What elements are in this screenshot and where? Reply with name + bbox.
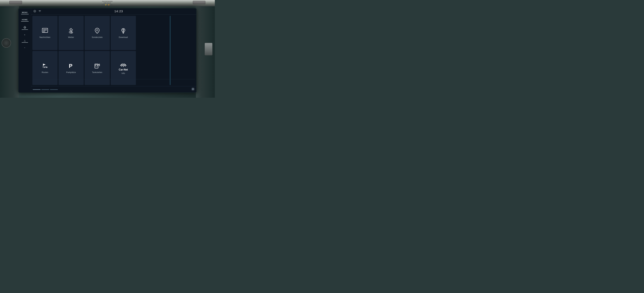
main-content: 14:23: [31, 8, 196, 93]
car-interior: PASSENGERAIR BAG OFF ⚡ 🔆 ON ⊗ MENU: [0, 0, 215, 98]
sonderziele-label: Sonderziele: [92, 36, 103, 38]
location-icon: [34, 10, 36, 13]
nachrichten-label: Nachrichten: [40, 36, 50, 38]
sidebar-item-volume-down[interactable]: −: [18, 46, 31, 50]
app-tile-sonderziele[interactable]: Sonderziele: [84, 16, 110, 50]
svg-point-18: [123, 30, 124, 31]
sidebar: MENU HOME ⏻ + △: [18, 8, 31, 93]
sidebar-item-menu[interactable]: MENU: [18, 11, 31, 17]
airbag-off-label: OFF: [102, 4, 104, 6]
volume-up-label: +: [24, 34, 25, 36]
app-tile-routen[interactable]: Routen: [32, 51, 58, 85]
dashboard-top: PASSENGERAIR BAG OFF ⚡ 🔆 ON ⊗: [0, 0, 215, 6]
svg-point-22: [44, 67, 45, 68]
menu-label: MENU: [22, 12, 28, 13]
tankstellen-icon: [94, 63, 100, 70]
eject-icon: △: [24, 39, 26, 42]
home-label: HOME: [22, 19, 28, 21]
svg-point-14: [69, 31, 72, 33]
sidebar-item-volume-up[interactable]: +: [18, 33, 31, 37]
status-time: 14:23: [44, 10, 194, 13]
settings-button[interactable]: [191, 87, 195, 92]
sidebar-item-power[interactable]: ⏻: [18, 25, 31, 32]
app-tile-parkplaetze[interactable]: P Parkplätze: [58, 51, 84, 85]
eject-line: [22, 42, 28, 43]
svg-line-12: [70, 29, 70, 29]
svg-point-31: [192, 89, 194, 90]
home-line: [21, 21, 28, 22]
airbag-label: PASSENGERAIR BAG: [102, 1, 113, 4]
apps-row-1: Nachrichten: [32, 16, 195, 50]
svg-text:P: P: [69, 63, 72, 69]
scroll-indicators: [33, 89, 58, 90]
sidebar-item-home[interactable]: HOME: [18, 18, 31, 24]
dash-left: [0, 6, 19, 98]
download-label: Download: [119, 36, 128, 38]
routen-icon: [42, 63, 48, 70]
svg-line-13: [72, 31, 72, 31]
apps-row-2: Routen P Parkplätze: [32, 51, 195, 85]
bottom-bar: [31, 86, 196, 93]
scroll-dot-2: [41, 89, 49, 90]
wifi-icon: [38, 10, 41, 13]
vent-left: [10, 1, 22, 4]
app-tile-tankstellen[interactable]: Tankstellen: [84, 51, 110, 85]
tankstellen-label: Tankstellen: [92, 71, 102, 74]
airbag-on-label: ON: [110, 4, 112, 6]
airbag-controls: OFF ⚡ 🔆 ON ⊗: [102, 4, 115, 6]
apps-area: Nachrichten: [31, 15, 196, 86]
app-tile-download[interactable]: Download: [111, 16, 136, 50]
dash-right: [196, 6, 215, 98]
svg-point-30: [123, 66, 124, 67]
power-line: [22, 30, 28, 30]
svg-rect-26: [96, 65, 98, 66]
svg-point-16: [96, 30, 98, 31]
info-label: Info: [122, 72, 125, 74]
parkplaetze-label: Parkplätze: [66, 71, 76, 74]
door-handle: [204, 43, 212, 55]
app-tile-wetter[interactable]: Wetter: [58, 16, 84, 50]
wetter-icon: [68, 27, 74, 35]
power-icon: ⏻: [24, 26, 26, 29]
svg-point-7: [70, 29, 72, 31]
wetter-label: Wetter: [68, 36, 74, 38]
status-bar: 14:23: [31, 8, 196, 15]
sonderziele-icon: [94, 27, 100, 35]
vent-right: [193, 1, 206, 4]
volume-down-label: −: [24, 47, 25, 49]
carnet-icon: Car-Net: [119, 62, 128, 71]
vertical-separator: [170, 16, 170, 85]
scroll-dot-1: [33, 89, 40, 90]
nachrichten-icon: [42, 27, 48, 35]
screen-bezel: MENU HOME ⏻ + △: [18, 8, 197, 93]
app-tile-info[interactable]: Car-Net Info: [111, 51, 136, 85]
download-icon: [120, 27, 126, 35]
steering-wheel: [2, 38, 11, 48]
scroll-dot-3: [50, 89, 58, 90]
parkplaetze-icon: P: [68, 63, 74, 70]
sidebar-item-eject[interactable]: △: [18, 38, 31, 45]
infotainment-screen: MENU HOME ⏻ + △: [18, 8, 196, 93]
menu-line: [21, 14, 28, 14]
app-tile-nachrichten[interactable]: Nachrichten: [32, 16, 58, 50]
bottom-divider: [32, 79, 195, 79]
routen-label: Routen: [42, 71, 48, 74]
svg-line-27: [98, 64, 100, 65]
svg-point-1: [34, 11, 35, 12]
svg-marker-21: [43, 64, 46, 65]
